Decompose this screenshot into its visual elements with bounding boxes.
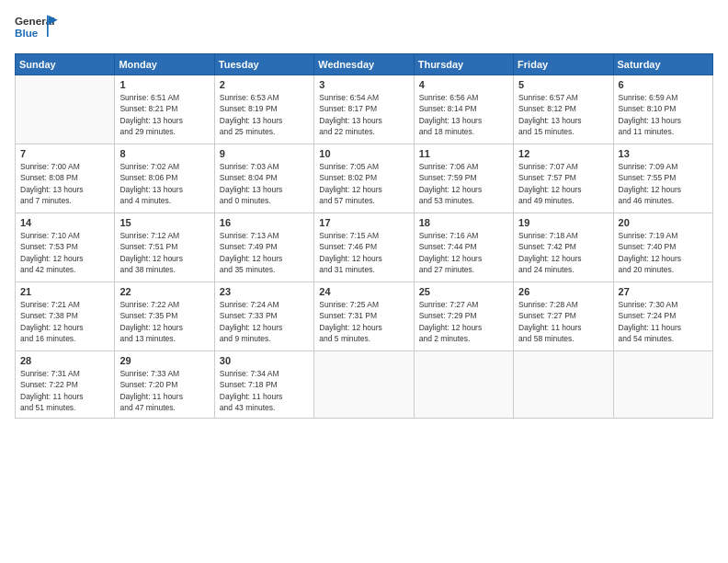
day-num: 16 <box>220 217 309 228</box>
day-num: 20 <box>619 217 708 228</box>
cell-content: Sunrise: 7:33 AMSunset: 7:20 PMDaylight:… <box>119 369 183 412</box>
col-header-wednesday: Wednesday <box>314 54 414 75</box>
cell-content: Sunrise: 7:31 AMSunset: 7:22 PMDaylight:… <box>20 369 84 412</box>
day-num: 10 <box>319 148 408 159</box>
cell-content: Sunrise: 7:13 AMSunset: 7:49 PMDaylight:… <box>220 231 283 274</box>
cell-content: Sunrise: 7:10 AMSunset: 7:53 PMDaylight:… <box>20 231 84 274</box>
col-header-friday: Friday <box>514 54 613 75</box>
day-num: 15 <box>119 217 209 228</box>
cell-content: Sunrise: 7:05 AMSunset: 8:02 PMDaylight:… <box>319 162 382 205</box>
calendar-cell: 4Sunrise: 6:56 AMSunset: 8:14 PMDaylight… <box>414 75 513 144</box>
day-num: 22 <box>119 286 209 297</box>
day-num: 14 <box>20 217 109 228</box>
day-num: 29 <box>119 355 209 366</box>
day-num: 1 <box>119 79 209 90</box>
day-num: 6 <box>619 79 708 90</box>
calendar-cell: 14Sunrise: 7:10 AMSunset: 7:53 PMDayligh… <box>16 213 115 282</box>
day-num: 3 <box>319 79 408 90</box>
calendar-week-row: 14Sunrise: 7:10 AMSunset: 7:53 PMDayligh… <box>16 213 713 282</box>
calendar-cell: 17Sunrise: 7:15 AMSunset: 7:46 PMDayligh… <box>314 213 414 282</box>
calendar-cell: 19Sunrise: 7:18 AMSunset: 7:42 PMDayligh… <box>514 213 613 282</box>
cell-content: Sunrise: 6:51 AMSunset: 8:21 PMDaylight:… <box>119 93 183 136</box>
cell-content: Sunrise: 7:06 AMSunset: 7:59 PMDaylight:… <box>419 162 483 205</box>
cell-content: Sunrise: 7:12 AMSunset: 7:51 PMDaylight:… <box>119 231 183 274</box>
calendar-cell: 1Sunrise: 6:51 AMSunset: 8:21 PMDaylight… <box>115 75 214 144</box>
day-num: 9 <box>220 148 309 159</box>
day-num: 17 <box>319 217 408 228</box>
logo: General Blue <box>15 9 61 46</box>
calendar-table: SundayMondayTuesdayWednesdayThursdayFrid… <box>15 53 713 419</box>
col-header-tuesday: Tuesday <box>214 54 313 75</box>
calendar-header-row: SundayMondayTuesdayWednesdayThursdayFrid… <box>16 54 713 75</box>
day-num: 5 <box>518 79 608 90</box>
day-num: 12 <box>518 148 608 159</box>
cell-content: Sunrise: 7:19 AMSunset: 7:40 PMDaylight:… <box>619 231 682 274</box>
calendar-cell: 26Sunrise: 7:28 AMSunset: 7:27 PMDayligh… <box>514 282 613 351</box>
calendar-cell <box>414 351 513 419</box>
day-num: 28 <box>20 355 109 366</box>
col-header-monday: Monday <box>115 54 214 75</box>
cell-content: Sunrise: 7:21 AMSunset: 7:38 PMDaylight:… <box>20 300 84 343</box>
day-num: 26 <box>518 286 608 297</box>
calendar-cell: 3Sunrise: 6:54 AMSunset: 8:17 PMDaylight… <box>314 75 414 144</box>
cell-content: Sunrise: 7:30 AMSunset: 7:24 PMDaylight:… <box>619 300 682 343</box>
logo-icon: General Blue <box>15 9 61 46</box>
col-header-sunday: Sunday <box>16 54 115 75</box>
calendar-week-row: 21Sunrise: 7:21 AMSunset: 7:38 PMDayligh… <box>16 282 713 351</box>
calendar-cell: 28Sunrise: 7:31 AMSunset: 7:22 PMDayligh… <box>16 351 115 419</box>
calendar-cell: 13Sunrise: 7:09 AMSunset: 7:55 PMDayligh… <box>613 144 712 213</box>
calendar-cell: 8Sunrise: 7:02 AMSunset: 8:06 PMDaylight… <box>115 144 214 213</box>
cell-content: Sunrise: 7:16 AMSunset: 7:44 PMDaylight:… <box>419 231 483 274</box>
calendar-cell: 7Sunrise: 7:00 AMSunset: 8:08 PMDaylight… <box>16 144 115 213</box>
day-num: 21 <box>20 286 109 297</box>
calendar-cell: 24Sunrise: 7:25 AMSunset: 7:31 PMDayligh… <box>314 282 414 351</box>
col-header-thursday: Thursday <box>414 54 513 75</box>
cell-content: Sunrise: 7:22 AMSunset: 7:35 PMDaylight:… <box>119 300 183 343</box>
col-header-saturday: Saturday <box>613 54 712 75</box>
cell-content: Sunrise: 7:09 AMSunset: 7:55 PMDaylight:… <box>619 162 682 205</box>
day-num: 30 <box>220 355 309 366</box>
calendar-cell: 22Sunrise: 7:22 AMSunset: 7:35 PMDayligh… <box>115 282 214 351</box>
calendar-cell: 10Sunrise: 7:05 AMSunset: 8:02 PMDayligh… <box>314 144 414 213</box>
day-num: 13 <box>619 148 708 159</box>
day-num: 2 <box>220 79 309 90</box>
day-num: 11 <box>419 148 508 159</box>
cell-content: Sunrise: 6:54 AMSunset: 8:17 PMDaylight:… <box>319 93 382 136</box>
calendar-cell: 30Sunrise: 7:34 AMSunset: 7:18 PMDayligh… <box>214 351 313 419</box>
calendar-cell: 11Sunrise: 7:06 AMSunset: 7:59 PMDayligh… <box>414 144 513 213</box>
calendar-cell <box>16 75 115 144</box>
calendar-cell: 23Sunrise: 7:24 AMSunset: 7:33 PMDayligh… <box>214 282 313 351</box>
calendar-week-row: 28Sunrise: 7:31 AMSunset: 7:22 PMDayligh… <box>16 351 713 419</box>
calendar-cell: 2Sunrise: 6:53 AMSunset: 8:19 PMDaylight… <box>214 75 313 144</box>
calendar-cell: 25Sunrise: 7:27 AMSunset: 7:29 PMDayligh… <box>414 282 513 351</box>
calendar-cell <box>514 351 613 419</box>
calendar-cell <box>314 351 414 419</box>
cell-content: Sunrise: 7:15 AMSunset: 7:46 PMDaylight:… <box>319 231 382 274</box>
calendar-cell <box>613 351 712 419</box>
cell-content: Sunrise: 7:18 AMSunset: 7:42 PMDaylight:… <box>518 231 582 274</box>
calendar-week-row: 7Sunrise: 7:00 AMSunset: 8:08 PMDaylight… <box>16 144 713 213</box>
cell-content: Sunrise: 6:59 AMSunset: 8:10 PMDaylight:… <box>619 93 682 136</box>
header: General Blue <box>15 9 713 46</box>
day-num: 7 <box>20 148 109 159</box>
cell-content: Sunrise: 7:00 AMSunset: 8:08 PMDaylight:… <box>20 162 84 205</box>
cell-content: Sunrise: 7:03 AMSunset: 8:04 PMDaylight:… <box>220 162 283 205</box>
day-num: 18 <box>419 217 508 228</box>
cell-content: Sunrise: 7:25 AMSunset: 7:31 PMDaylight:… <box>319 300 382 343</box>
day-num: 25 <box>419 286 508 297</box>
calendar-cell: 9Sunrise: 7:03 AMSunset: 8:04 PMDaylight… <box>214 144 313 213</box>
calendar-cell: 20Sunrise: 7:19 AMSunset: 7:40 PMDayligh… <box>613 213 712 282</box>
calendar-cell: 21Sunrise: 7:21 AMSunset: 7:38 PMDayligh… <box>16 282 115 351</box>
day-num: 19 <box>518 217 608 228</box>
calendar-cell: 29Sunrise: 7:33 AMSunset: 7:20 PMDayligh… <box>115 351 214 419</box>
calendar-cell: 5Sunrise: 6:57 AMSunset: 8:12 PMDaylight… <box>514 75 613 144</box>
svg-text:Blue: Blue <box>15 27 39 39</box>
cell-content: Sunrise: 7:28 AMSunset: 7:27 PMDaylight:… <box>518 300 582 343</box>
calendar-cell: 27Sunrise: 7:30 AMSunset: 7:24 PMDayligh… <box>613 282 712 351</box>
cell-content: Sunrise: 7:34 AMSunset: 7:18 PMDaylight:… <box>220 369 283 412</box>
svg-rect-3 <box>47 16 49 37</box>
page: General Blue SundayMondayTuesdayWednesda… <box>0 0 728 563</box>
cell-content: Sunrise: 6:53 AMSunset: 8:19 PMDaylight:… <box>220 93 283 136</box>
cell-content: Sunrise: 7:02 AMSunset: 8:06 PMDaylight:… <box>119 162 183 205</box>
calendar-cell: 15Sunrise: 7:12 AMSunset: 7:51 PMDayligh… <box>115 213 214 282</box>
